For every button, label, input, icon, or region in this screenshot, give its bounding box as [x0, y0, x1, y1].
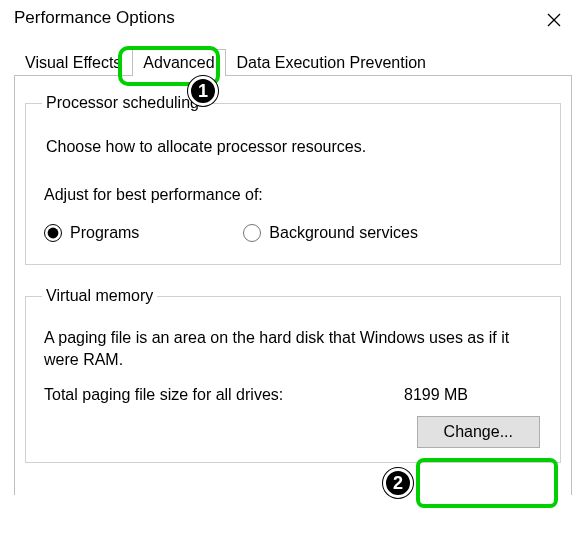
- radio-background-label: Background services: [269, 224, 418, 242]
- tab-row: Visual Effects Advanced Data Execution P…: [14, 44, 572, 76]
- scheduling-description: Choose how to allocate processor resourc…: [46, 138, 544, 156]
- radio-programs-input[interactable]: [44, 224, 62, 242]
- radio-background-input[interactable]: [243, 224, 261, 242]
- virtual-memory-group: Virtual memory A paging file is an area …: [25, 287, 561, 463]
- vm-total-value: 8199 MB: [404, 386, 468, 404]
- close-icon: [547, 13, 561, 27]
- processor-scheduling-legend: Processor scheduling: [42, 94, 203, 112]
- radio-background[interactable]: Background services: [243, 224, 418, 242]
- radio-programs-label: Programs: [70, 224, 139, 242]
- processor-scheduling-group: Processor scheduling Choose how to alloc…: [25, 94, 561, 265]
- close-button[interactable]: [534, 6, 574, 34]
- change-button[interactable]: Change...: [417, 416, 540, 448]
- virtual-memory-description: A paging file is an area on the hard dis…: [44, 327, 544, 370]
- radio-programs[interactable]: Programs: [44, 224, 139, 242]
- window-title: Performance Options: [14, 6, 175, 28]
- annotation-badge-2: 2: [383, 468, 413, 498]
- tab-visual-effects[interactable]: Visual Effects: [14, 49, 132, 76]
- tab-dep[interactable]: Data Execution Prevention: [226, 49, 437, 76]
- annotation-badge-1: 1: [188, 76, 218, 106]
- scheduling-subhead: Adjust for best performance of:: [44, 186, 544, 204]
- virtual-memory-legend: Virtual memory: [42, 287, 157, 305]
- tab-advanced[interactable]: Advanced: [132, 49, 225, 76]
- tab-panel: Processor scheduling Choose how to alloc…: [14, 76, 572, 495]
- vm-total-label: Total paging file size for all drives:: [44, 386, 404, 404]
